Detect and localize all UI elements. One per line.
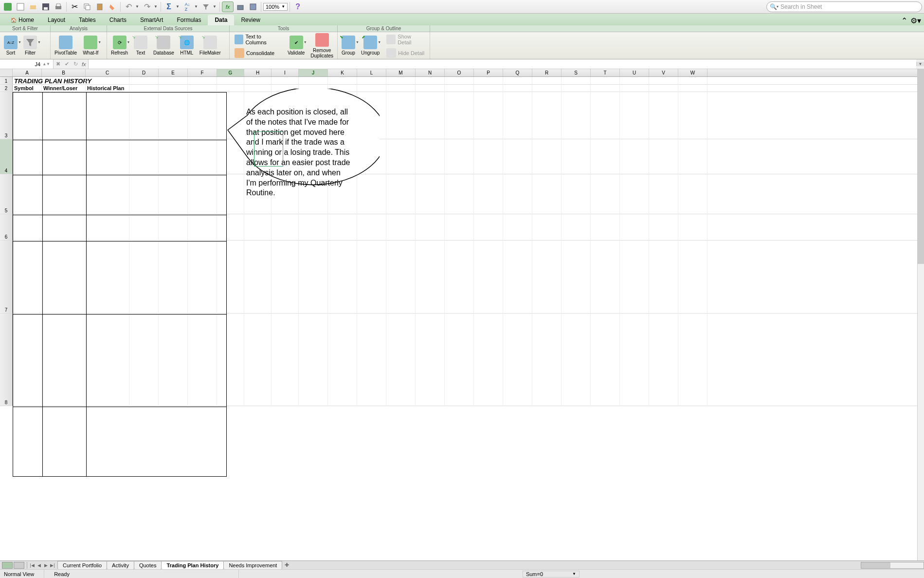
col-header-T[interactable]: T [591, 69, 620, 76]
cell-A5[interactable] [13, 174, 42, 214]
consolidate-button[interactable]: Consolidate [233, 47, 283, 59]
cell-V4[interactable] [649, 139, 678, 174]
sort-dropdown[interactable]: ▼ [194, 4, 199, 9]
cell-E2[interactable] [159, 85, 188, 92]
cell-E1[interactable] [159, 77, 188, 85]
cell-P4[interactable] [474, 139, 503, 174]
cell-P3[interactable] [474, 92, 503, 139]
filemaker-button[interactable]: ↘FileMaker [199, 35, 222, 56]
paste-icon[interactable] [94, 1, 106, 12]
cell-K6[interactable] [328, 214, 357, 241]
sheet-tab-activity[interactable]: Activity [107, 561, 134, 569]
cell-O7[interactable] [445, 241, 474, 314]
cut-icon[interactable]: ✂ [69, 1, 80, 12]
cell-U3[interactable] [620, 92, 649, 139]
cell-W2[interactable] [678, 85, 707, 92]
cell-I6[interactable] [272, 214, 299, 241]
cell-S5[interactable] [562, 174, 591, 214]
cell-S3[interactable] [562, 92, 591, 139]
fx-label[interactable]: fx [80, 61, 88, 67]
cell-N1[interactable] [416, 77, 445, 85]
sheet-tab-current-portfolio[interactable]: Current Portfolio [57, 561, 107, 569]
cell-N4[interactable] [416, 139, 445, 174]
cell-M3[interactable] [386, 92, 416, 139]
cell-C3[interactable] [86, 92, 129, 139]
cell-A4[interactable] [13, 139, 42, 174]
col-header-U[interactable]: U [620, 69, 649, 76]
cell-A7[interactable] [13, 241, 42, 314]
cell-B3[interactable] [42, 92, 86, 139]
cell-D6[interactable] [129, 214, 159, 241]
cell-U6[interactable] [620, 214, 649, 241]
text-source-button[interactable]: ↘Text [133, 35, 148, 56]
col-header-G[interactable]: G [217, 69, 244, 76]
cell-T4[interactable] [591, 139, 620, 174]
cell-W1[interactable] [678, 77, 707, 85]
cell-J1[interactable] [299, 77, 328, 85]
sheet-tab-quotes[interactable]: Quotes [134, 561, 162, 569]
sum-indicator[interactable]: Sum=0▼ [523, 571, 580, 578]
ungroup-button[interactable]: ⬈▼Ungroup [360, 35, 380, 56]
cell-R7[interactable] [532, 241, 562, 314]
hide-detail-button[interactable]: Hide Detail [384, 47, 427, 59]
cell-R8[interactable] [532, 314, 562, 406]
cell-W8[interactable] [678, 314, 707, 406]
cell-Q3[interactable] [503, 92, 532, 139]
row-header-8[interactable]: 8 [0, 314, 13, 406]
cell-D8[interactable] [129, 314, 159, 406]
select-all-corner[interactable] [0, 69, 13, 76]
cell-E8[interactable] [159, 314, 188, 406]
cell-U4[interactable] [620, 139, 649, 174]
cell-V2[interactable] [649, 85, 678, 92]
col-header-A[interactable]: A [13, 69, 42, 76]
cell-T7[interactable] [591, 241, 620, 314]
cell-H6[interactable] [244, 214, 272, 241]
col-header-I[interactable]: I [272, 69, 299, 76]
cell-N8[interactable] [416, 314, 445, 406]
circular-icon[interactable]: ↻ [71, 61, 80, 67]
cell-H7[interactable] [244, 241, 272, 314]
cell-L7[interactable] [357, 241, 386, 314]
sheet-tab-needs-improvement[interactable]: Needs Improvement [223, 561, 282, 569]
zoom-selector[interactable]: 100%▼ [263, 3, 288, 11]
col-header-F[interactable]: F [188, 69, 217, 76]
col-header-H[interactable]: H [244, 69, 272, 76]
next-sheet-button[interactable]: ▶ [43, 563, 49, 568]
cell-J6[interactable] [299, 214, 328, 241]
cell-L8[interactable] [357, 314, 386, 406]
cell-D4[interactable] [129, 139, 159, 174]
new-workbook-icon[interactable] [15, 1, 26, 12]
cell-K7[interactable] [328, 241, 357, 314]
cell-T6[interactable] [591, 214, 620, 241]
name-box[interactable]: J4 ▲▼ [0, 59, 54, 69]
remove-duplicates-button[interactable]: RemoveDuplicates [309, 32, 334, 59]
cell-D1[interactable] [129, 77, 159, 85]
filter-toolbar-icon[interactable] [200, 1, 212, 12]
col-header-B[interactable]: B [42, 69, 86, 76]
tab-tables[interactable]: Tables [72, 15, 103, 25]
col-header-J[interactable]: J [299, 69, 328, 76]
cell-M8[interactable] [386, 314, 416, 406]
cell-Q8[interactable] [503, 314, 532, 406]
cell-F8[interactable] [188, 314, 217, 406]
tab-home[interactable]: 🏠Home [4, 15, 41, 25]
cell-M7[interactable] [386, 241, 416, 314]
cell-Q7[interactable] [503, 241, 532, 314]
cell-F5[interactable] [188, 174, 217, 214]
toolbox-icon[interactable] [235, 1, 246, 12]
media-browser-icon[interactable] [247, 1, 259, 12]
cell-H8[interactable] [244, 314, 272, 406]
cell-F7[interactable] [188, 241, 217, 314]
cell-O6[interactable] [445, 214, 474, 241]
search-dropdown-icon[interactable]: ▾ [777, 4, 779, 9]
cell-M2[interactable] [386, 85, 416, 92]
cell-U2[interactable] [620, 85, 649, 92]
cell-W5[interactable] [678, 174, 707, 214]
last-sheet-button[interactable]: ▶| [50, 563, 55, 568]
col-header-R[interactable]: R [532, 69, 562, 76]
cell-H1[interactable] [244, 77, 272, 85]
accept-formula-icon[interactable]: ✔ [62, 61, 71, 67]
cell-A6[interactable] [13, 214, 42, 241]
cell-O2[interactable] [445, 85, 474, 92]
cell-R6[interactable] [532, 214, 562, 241]
